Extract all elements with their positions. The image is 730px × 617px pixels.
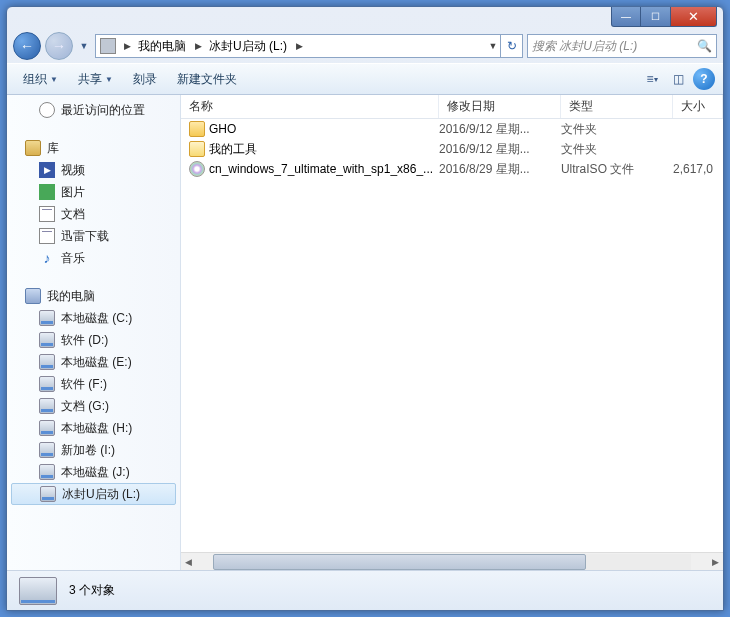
address-dropdown[interactable]: ▼ bbox=[486, 41, 500, 51]
sidebar-item-drive[interactable]: 本地磁盘 (H:) bbox=[11, 417, 180, 439]
library-icon bbox=[25, 140, 41, 156]
column-headers: 名称 修改日期 类型 大小 bbox=[181, 95, 723, 119]
file-name: cn_windows_7_ultimate_with_sp1_x86_... bbox=[209, 162, 433, 176]
scroll-thumb[interactable] bbox=[213, 554, 586, 570]
window-controls: — ☐ ✕ bbox=[611, 7, 717, 27]
refresh-button[interactable]: ↻ bbox=[500, 35, 522, 57]
breadcrumb-label: 我的电脑 bbox=[138, 38, 186, 55]
scroll-left-icon[interactable]: ◀ bbox=[181, 557, 197, 567]
organize-label: 组织 bbox=[23, 71, 47, 88]
preview-pane-button[interactable]: ◫ bbox=[667, 68, 689, 90]
file-type: 文件夹 bbox=[561, 141, 673, 158]
sidebar-item-drive[interactable]: 本地磁盘 (J:) bbox=[11, 461, 180, 483]
sidebar-label: 本地磁盘 (E:) bbox=[61, 354, 132, 371]
view-options-button[interactable]: ≡ ▾ bbox=[641, 68, 663, 90]
column-header-type[interactable]: 类型 bbox=[561, 95, 673, 118]
sidebar-item-library[interactable]: 库 bbox=[11, 137, 180, 159]
file-name: GHO bbox=[209, 122, 236, 136]
sidebar-item-pictures[interactable]: 图片 bbox=[11, 181, 180, 203]
organize-menu[interactable]: 组织▼ bbox=[15, 68, 66, 91]
drive-icon bbox=[39, 310, 55, 326]
sidebar-item-music[interactable]: ♪音乐 bbox=[11, 247, 180, 269]
sidebar-label: 迅雷下载 bbox=[61, 228, 109, 245]
sidebar-item-drive[interactable]: 本地磁盘 (C:) bbox=[11, 307, 180, 329]
explorer-window: — ☐ ✕ ← → ▼ ▶ 我的电脑 ▶ 冰封U启动 (L:) ▶ ▼ ↻ 搜索… bbox=[6, 6, 724, 611]
status-bar: 3 个对象 bbox=[7, 570, 723, 610]
minimize-button[interactable]: — bbox=[611, 7, 641, 27]
share-label: 共享 bbox=[78, 71, 102, 88]
sidebar-item-video[interactable]: ▶视频 bbox=[11, 159, 180, 181]
sidebar-label: 本地磁盘 (C:) bbox=[61, 310, 132, 327]
scroll-right-icon[interactable]: ▶ bbox=[707, 557, 723, 567]
sidebar-item-recent[interactable]: 最近访问的位置 bbox=[11, 99, 180, 121]
sidebar-item-drive[interactable]: 文档 (G:) bbox=[11, 395, 180, 417]
maximize-button[interactable]: ☐ bbox=[641, 7, 671, 27]
sidebar-item-xunlei[interactable]: 迅雷下载 bbox=[11, 225, 180, 247]
sidebar-label: 图片 bbox=[61, 184, 85, 201]
iso-icon bbox=[189, 161, 205, 177]
download-icon bbox=[39, 228, 55, 244]
share-menu[interactable]: 共享▼ bbox=[70, 68, 121, 91]
address-bar[interactable]: ▶ 我的电脑 ▶ 冰封U启动 (L:) ▶ ▼ ↻ bbox=[95, 34, 523, 58]
sidebar-item-drive[interactable]: 软件 (D:) bbox=[11, 329, 180, 351]
history-dropdown[interactable]: ▼ bbox=[77, 41, 91, 51]
burn-button[interactable]: 刻录 bbox=[125, 68, 165, 91]
sidebar-label: 新加卷 (I:) bbox=[61, 442, 115, 459]
sidebar-item-drive[interactable]: 本地磁盘 (E:) bbox=[11, 351, 180, 373]
sidebar-label: 文档 (G:) bbox=[61, 398, 109, 415]
close-button[interactable]: ✕ bbox=[671, 7, 717, 27]
chevron-right-icon[interactable]: ▶ bbox=[292, 41, 306, 51]
file-row[interactable]: GHO 2016/9/12 星期... 文件夹 bbox=[181, 119, 723, 139]
column-header-date[interactable]: 修改日期 bbox=[439, 95, 561, 118]
drive-icon bbox=[39, 420, 55, 436]
drive-icon bbox=[39, 354, 55, 370]
pictures-icon bbox=[39, 184, 55, 200]
scroll-track[interactable] bbox=[213, 554, 691, 570]
documents-icon bbox=[39, 206, 55, 222]
breadcrumb-segment[interactable]: 我的电脑 bbox=[134, 35, 191, 57]
video-icon: ▶ bbox=[39, 162, 55, 178]
toolbar: 组织▼ 共享▼ 刻录 新建文件夹 ≡ ▾ ◫ ? bbox=[7, 63, 723, 95]
music-icon: ♪ bbox=[39, 250, 55, 266]
chevron-down-icon: ▼ bbox=[105, 75, 113, 84]
drive-icon bbox=[39, 464, 55, 480]
chevron-down-icon: ▼ bbox=[50, 75, 58, 84]
status-count: 3 个对象 bbox=[69, 582, 115, 599]
file-row[interactable]: 我的工具 2016/9/12 星期... 文件夹 bbox=[181, 139, 723, 159]
sidebar-item-drive[interactable]: 冰封U启动 (L:) bbox=[11, 483, 176, 505]
drive-icon bbox=[39, 442, 55, 458]
breadcrumb-segment[interactable]: 冰封U启动 (L:) bbox=[205, 35, 292, 57]
file-date: 2016/9/12 星期... bbox=[439, 121, 561, 138]
drive-icon bbox=[19, 577, 57, 605]
chevron-right-icon[interactable]: ▶ bbox=[191, 41, 205, 51]
help-button[interactable]: ? bbox=[693, 68, 715, 90]
file-list[interactable]: GHO 2016/9/12 星期... 文件夹 我的工具 2016/9/12 星… bbox=[181, 119, 723, 552]
chevron-right-icon[interactable]: ▶ bbox=[120, 41, 134, 51]
horizontal-scrollbar[interactable]: ◀ ▶ bbox=[181, 552, 723, 570]
sidebar-label: 最近访问的位置 bbox=[61, 102, 145, 119]
search-icon: 🔍 bbox=[694, 39, 712, 53]
drive-icon bbox=[100, 38, 116, 54]
file-row[interactable]: cn_windows_7_ultimate_with_sp1_x86_... 2… bbox=[181, 159, 723, 179]
search-input[interactable]: 搜索 冰封U启动 (L:) 🔍 bbox=[527, 34, 717, 58]
sidebar-label: 冰封U启动 (L:) bbox=[62, 486, 140, 503]
sidebar-label: 本地磁盘 (H:) bbox=[61, 420, 132, 437]
column-header-name[interactable]: 名称 bbox=[181, 95, 439, 118]
sidebar-label: 文档 bbox=[61, 206, 85, 223]
new-folder-button[interactable]: 新建文件夹 bbox=[169, 68, 245, 91]
navigation-pane[interactable]: 最近访问的位置 库 ▶视频 图片 文档 迅雷下载 ♪音乐 我的电脑 本地磁盘 (… bbox=[7, 95, 181, 570]
back-button[interactable]: ← bbox=[13, 32, 41, 60]
folder-icon bbox=[189, 121, 205, 137]
forward-button[interactable]: → bbox=[45, 32, 73, 60]
sidebar-label: 音乐 bbox=[61, 250, 85, 267]
sidebar-item-computer[interactable]: 我的电脑 bbox=[11, 285, 180, 307]
sidebar-item-documents[interactable]: 文档 bbox=[11, 203, 180, 225]
sidebar-label: 视频 bbox=[61, 162, 85, 179]
search-placeholder: 搜索 冰封U启动 (L:) bbox=[532, 38, 694, 55]
drive-icon bbox=[39, 398, 55, 414]
sidebar-item-drive[interactable]: 新加卷 (I:) bbox=[11, 439, 180, 461]
drive-icon bbox=[40, 486, 56, 502]
sidebar-item-drive[interactable]: 软件 (F:) bbox=[11, 373, 180, 395]
drive-icon bbox=[39, 332, 55, 348]
column-header-size[interactable]: 大小 bbox=[673, 95, 723, 118]
